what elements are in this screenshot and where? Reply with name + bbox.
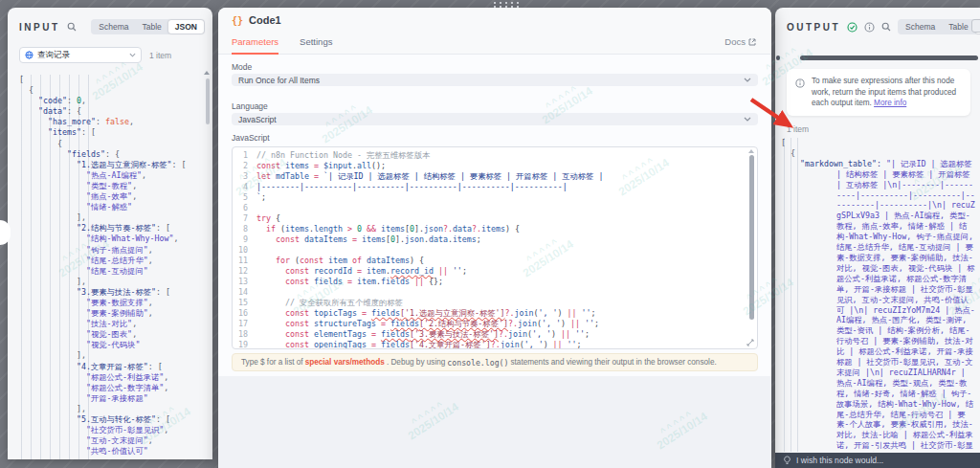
code-line: 10 <box>233 245 749 256</box>
language-value: JavaScript <box>238 115 277 124</box>
editor-scrollbar[interactable] <box>749 155 754 320</box>
modal-tabs: Parameters Settings <box>232 36 332 55</box>
chevron-down-icon <box>129 53 136 57</box>
code-line: 16 const topicTags = fields['1.选题与立意洞察-标… <box>233 308 749 319</box>
input-json-line: ], <box>19 350 204 361</box>
input-json-line: ], <box>19 404 204 414</box>
tab-schema[interactable]: Schema <box>899 20 942 33</box>
wish-text: I wish this node would... <box>796 456 883 465</box>
input-json-line: "标题公式-数字清单", <box>19 383 204 393</box>
input-json-line: "技法-对比", <box>19 319 204 329</box>
code-line: 11 for (const item of dataItems) { <box>233 256 749 266</box>
input-items-count: 1 item <box>149 51 171 60</box>
output-panel: OUTPUT Schema Table JSON To m <box>775 8 980 468</box>
tab-json[interactable]: JSON <box>168 20 204 33</box>
modal-header: {} Code1 Parameters Settings Docs <box>218 8 771 55</box>
input-view-tabs: Schema Table JSON <box>91 19 205 34</box>
code-line: 14 <box>233 287 749 298</box>
code-line: 5`; <box>233 192 749 203</box>
info-icon <box>794 78 806 89</box>
input-json-line: [ <box>19 75 204 85</box>
output-json-line: [ <box>781 138 975 148</box>
search-icon[interactable] <box>66 21 78 33</box>
chevron-down-icon <box>744 78 751 82</box>
input-json-line: "结尾-总结升华", <box>19 256 204 266</box>
tab-parameters[interactable]: Parameters <box>232 36 278 55</box>
editor-label: JavaScript <box>232 133 270 143</box>
output-items-count: 1 item <box>787 124 809 134</box>
output-title: OUTPUT <box>787 22 840 33</box>
output-hscrollbar[interactable] <box>800 56 978 60</box>
input-scroll-up-icon[interactable] <box>204 71 210 75</box>
docs-label: Docs <box>724 36 746 47</box>
input-json-line: "4.文章开篇-标签": [ <box>19 362 204 372</box>
base-globe-icon <box>25 51 33 59</box>
code-node-modal: {} Code1 Parameters Settings Docs Mode R… <box>218 8 771 468</box>
pin-icon[interactable] <box>971 19 980 33</box>
json-key: "markdown_table": <box>800 159 886 168</box>
hint-post: statements and viewing their output in t… <box>510 358 716 367</box>
input-json-line: "情绪-解惑" <box>19 202 204 212</box>
tab-table[interactable]: Table <box>136 20 168 33</box>
search-icon[interactable] <box>880 21 892 33</box>
input-json-line: "类型-教程", <box>19 181 204 191</box>
tab-table[interactable]: Table <box>942 20 974 33</box>
editor-scroll-up-icon[interactable] <box>748 149 754 153</box>
input-json-line: "5.互动与转化-标签": [ <box>19 414 204 425</box>
input-json-line: "共鸣-价值认可" <box>19 446 204 457</box>
docs-link[interactable]: Docs <box>724 36 756 47</box>
input-json-line: { <box>19 85 204 96</box>
code-line: 19 const openingTags = fields['4.文章开篇-标签… <box>233 340 749 349</box>
input-json-line: "互动-文末提问", <box>19 435 204 446</box>
output-hscroll-cap[interactable] <box>776 56 780 60</box>
input-json-line: "data": { <box>19 106 204 117</box>
tab-schema[interactable]: Schema <box>92 20 135 33</box>
code-line: 18 const elementTags = fields['3.要素与技法-标… <box>233 329 749 340</box>
input-source-select[interactable]: 查询记录 <box>19 47 142 63</box>
output-notice: To make sure expressions after this node… <box>787 69 970 116</box>
input-json-line: "3.要素与技法-标签": [ <box>19 287 204 298</box>
editor-expand-icon[interactable] <box>746 339 754 346</box>
input-header: INPUT Schema Table JSON <box>8 17 212 36</box>
mode-select[interactable]: Run Once for All Items <box>232 74 758 86</box>
input-json-line: "要素-数据支撑", <box>19 298 204 308</box>
code-line: 13 const fields = item.fields || {}; <box>233 277 749 287</box>
code-line: 4|--------|----------|----------|-------… <box>233 182 749 192</box>
output-footer[interactable]: I wish this node would... <box>775 453 980 468</box>
tab-settings[interactable]: Settings <box>300 36 332 55</box>
input-json-line: "痛点-效率", <box>19 191 204 202</box>
more-info-link[interactable]: More info <box>874 99 906 107</box>
code-line: 12 const recordId = item.record_id || ''… <box>233 266 749 277</box>
json-value: "| 记录ID | 选题标签 | 结构标签 | 要素标签 | 开篇标签 | 互动… <box>836 159 975 452</box>
code-line: 8 if (items.length > 0 && items[0].json?… <box>233 224 749 234</box>
input-json-line: ], <box>19 277 204 287</box>
lightbulb-icon <box>783 456 791 465</box>
code-line: 15 // 安全获取所有五个维度的标签 <box>233 298 749 308</box>
input-json-line: "code": 0, <box>19 96 204 106</box>
drag-handle[interactable] <box>492 1 521 8</box>
hint-link[interactable]: special vars/methods <box>305 358 385 367</box>
code-line: 2const items = $input.all(); <box>233 161 749 171</box>
input-json-line: "视觉-代码块" <box>19 340 204 350</box>
input-json-line: "视觉-图表", <box>19 329 204 340</box>
mode-label: Mode <box>232 62 252 72</box>
code-line: 1// n8n Function Node - 完整五维标签版本 <box>233 150 749 161</box>
input-scrollbar[interactable] <box>206 78 210 124</box>
language-select[interactable]: JavaScript <box>232 113 758 125</box>
input-json-line: "要素-案例辅助", <box>19 308 204 319</box>
node-title-row: {} Code1 <box>232 14 281 26</box>
info-icon[interactable] <box>863 21 875 33</box>
code-line: 6 <box>233 203 749 213</box>
code-editor[interactable]: 1// n8n Function Node - 完整五维标签版本2const i… <box>232 146 758 349</box>
hint-mid: . Debug by using <box>387 358 445 367</box>
input-json-line: "社交货币-彰显见识", <box>19 425 204 435</box>
input-json-view[interactable]: [ { "code": 0, "data": { "has_more": fal… <box>19 75 204 459</box>
input-json-line: "1.选题与立意洞察-标签": [ <box>19 160 204 170</box>
node-title: Code1 <box>249 14 281 26</box>
input-json-line: { <box>19 139 204 149</box>
input-json-line: "结构-What-Why-How", <box>19 234 204 244</box>
code-line: 17 const structureTags = fields['2.结构与节奏… <box>233 319 749 329</box>
code-line: 9 const dataItems = items[0].json.data.i… <box>233 234 749 245</box>
output-json-view[interactable]: [ { "markdown_table": "| 记录ID | 选题标签 | 结… <box>781 138 975 452</box>
input-json-line: "结尾-互动提问" <box>19 266 204 277</box>
